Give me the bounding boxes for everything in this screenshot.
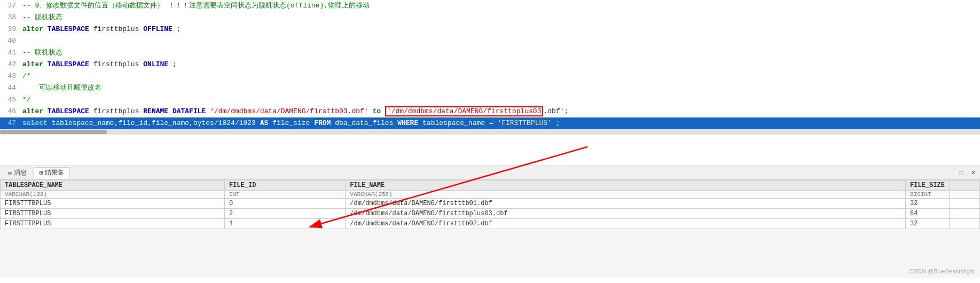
cell-tablespace-2: FIRSTTTBPLUS: [1, 219, 225, 229]
tab-messages-label: 消息: [14, 168, 27, 177]
line-45: 45 */: [0, 94, 980, 106]
col-header-file-name: FILE_NAME: [346, 180, 906, 191]
line-content-46: alter TABLESPACE firsttbplus RENAME DATA…: [20, 106, 980, 117]
line-content-41: -- 联机状态: [20, 47, 980, 59]
line-47: 47 select tablespace_name,file_id,file_n…: [0, 117, 980, 129]
cell-filename-0: /dm/dmdbms/data/DAMENG/firstttb01.dbf: [346, 199, 906, 209]
bottom-panel-wrapper: ✉ 消息 ⊞ 结果集 □ ✕ TABLESPACE_NAME FILE_ID F…: [0, 166, 980, 278]
cell-tablespace-1: FIRSTTTBPLUS: [1, 209, 225, 219]
line-num-37: 37: [0, 0, 20, 12]
line-content-45: */: [20, 94, 980, 106]
tab-resultset-label: 结果集: [45, 168, 64, 177]
bottom-panel: ✉ 消息 ⊞ 结果集 □ ✕ TABLESPACE_NAME FILE_ID F…: [0, 166, 980, 278]
scrollbar-thumb[interactable]: [0, 130, 107, 134]
line-43: 43 /*: [0, 70, 980, 82]
table-row: FIRSTTTBPLUS 0 /dm/dmdbms/data/DAMENG/fi…: [1, 199, 980, 209]
tab-messages[interactable]: ✉ 消息: [2, 167, 33, 179]
col-type-file-name: VARCHAR(256): [346, 191, 906, 199]
cell-extra-1: [949, 209, 979, 219]
line-num-39: 39: [0, 23, 20, 35]
line-num-46: 46: [0, 106, 20, 117]
cell-filename-2: /dm/dmdbms/data/DAMENG/firstttb02.dbf: [346, 219, 906, 229]
line-content-40: [20, 35, 980, 47]
line-num-40: 40: [0, 35, 20, 47]
line-num-41: 41: [0, 47, 20, 59]
line-38: 38 -- 脱机状态: [0, 12, 980, 23]
line-content-43: /*: [20, 70, 980, 82]
cell-filesize-1: 64: [906, 209, 950, 219]
editor-scrollbar-h[interactable]: [0, 129, 980, 135]
line-40: 40: [0, 35, 980, 47]
line-44: 44 可以移动且顺便改名: [0, 82, 980, 94]
line-num-47: 47: [0, 117, 20, 129]
line-46: 46 alter TABLESPACE firsttbplus RENAME D…: [0, 106, 980, 117]
result-table: TABLESPACE_NAME FILE_ID FILE_NAME FILE_S…: [0, 180, 980, 229]
line-num-38: 38: [0, 12, 20, 23]
cell-fileid-0: 0: [224, 199, 345, 209]
col-type-file-id: INT: [224, 191, 345, 199]
line-37: 37 -- 9、修改数据文件的位置（移动数据文件） ！！！注意需要表空间状态为脱…: [0, 0, 980, 12]
line-content-38: -- 脱机状态: [20, 12, 980, 23]
tab-resultset[interactable]: ⊞ 结果集: [34, 167, 70, 179]
cell-filesize-2: 32: [906, 219, 950, 229]
line-num-42: 42: [0, 59, 20, 70]
cell-fileid-2: 1: [224, 219, 345, 229]
cell-filename-1: /dm/dmdbms/data/DAMENG/firstttbplus03.db…: [346, 209, 906, 219]
panel-actions: □ ✕: [957, 168, 978, 178]
cell-extra-0: [949, 199, 979, 209]
panel-tabs: ✉ 消息 ⊞ 结果集 □ ✕: [0, 166, 980, 180]
line-content-42: alter TABLESPACE firsttbplus ONLINE ;: [20, 59, 980, 70]
col-header-file-id: FILE_ID: [224, 180, 345, 191]
line-num-43: 43: [0, 70, 20, 82]
result-table-wrapper: TABLESPACE_NAME FILE_ID FILE_NAME FILE_S…: [0, 180, 980, 229]
line-content-39: alter TABLESPACE firsttbplus OFFLINE ;: [20, 23, 980, 35]
line-content-44: 可以移动且顺便改名: [20, 82, 980, 94]
line-content-47: select tablespace_name,file_id,file_name…: [20, 117, 980, 129]
line-num-44: 44: [0, 82, 20, 94]
col-type-extra: [949, 191, 979, 199]
panel-close-button[interactable]: ✕: [968, 168, 978, 178]
line-42: 42 alter TABLESPACE firsttbplus ONLINE ;: [0, 59, 980, 70]
watermark: CSDN @BlueBeastMight: [910, 268, 975, 274]
editor-area: 37 -- 9、修改数据文件的位置（移动数据文件） ！！！注意需要表空间状态为脱…: [0, 0, 980, 166]
cell-filesize-0: 32: [906, 199, 950, 209]
col-header-tablespace-name: TABLESPACE_NAME: [1, 180, 225, 191]
table-row: FIRSTTTBPLUS 1 /dm/dmdbms/data/DAMENG/fi…: [1, 219, 980, 229]
rename-highlight-box: '/dm/dmdbms/data/DAMENG/firsttbplus03: [385, 106, 544, 116]
col-type-file-size: BIGINT: [906, 191, 950, 199]
panel-maximize-button[interactable]: □: [957, 168, 966, 178]
line-41: 41 -- 联机状态: [0, 47, 980, 59]
line-39: 39 alter TABLESPACE firsttbplus OFFLINE …: [0, 23, 980, 35]
col-header-file-size: FILE_SIZE: [906, 180, 950, 191]
line-num-45: 45: [0, 94, 20, 106]
table-header-row: TABLESPACE_NAME FILE_ID FILE_NAME FILE_S…: [1, 180, 980, 191]
cell-extra-2: [949, 219, 979, 229]
table-icon: ⊞: [40, 169, 43, 176]
message-icon: ✉: [8, 169, 12, 176]
col-header-extra: [949, 180, 979, 191]
table-row: FIRSTTTBPLUS 2 /dm/dmdbms/data/DAMENG/fi…: [1, 209, 980, 219]
cell-fileid-1: 2: [224, 209, 345, 219]
cell-tablespace-0: FIRSTTTBPLUS: [1, 199, 225, 209]
table-type-row: VARCHAR(128) INT VARCHAR(256) BIGINT: [1, 191, 980, 199]
col-type-tablespace-name: VARCHAR(128): [1, 191, 225, 199]
line-content-37: -- 9、修改数据文件的位置（移动数据文件） ！！！注意需要表空间状态为脱机状态…: [20, 0, 980, 12]
